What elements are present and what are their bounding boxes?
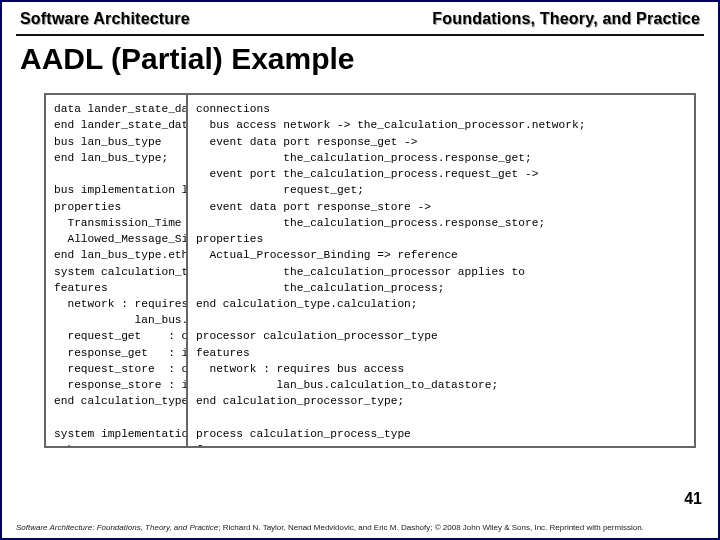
slide: Software Architecture Foundations, Theor… bbox=[0, 0, 720, 540]
footer: Software Architecture: Foundations, Theo… bbox=[16, 523, 704, 532]
header-left: Software Architecture bbox=[20, 10, 190, 28]
code-area: data lander_state_data end lander_state_… bbox=[16, 82, 704, 442]
footer-rest: ; Richard N. Taylor, Nenad Medvidovic, a… bbox=[218, 523, 644, 532]
page-number: 41 bbox=[684, 490, 702, 508]
slide-title: AADL (Partial) Example bbox=[2, 36, 718, 82]
code-box-right: connections bus access network -> the_ca… bbox=[186, 93, 696, 448]
header-right: Foundations, Theory, and Practice bbox=[432, 10, 700, 28]
slide-header: Software Architecture Foundations, Theor… bbox=[2, 2, 718, 30]
footer-book-title: Software Architecture: Foundations, Theo… bbox=[16, 523, 218, 532]
